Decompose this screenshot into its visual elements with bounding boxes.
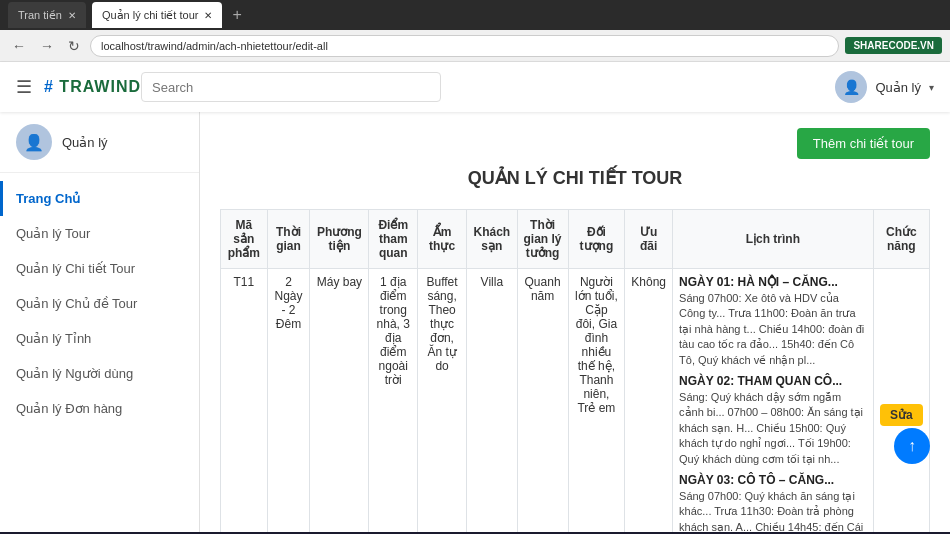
cell-ma-sp: T11 (221, 269, 268, 533)
col-thoi-gian: Thời gian (267, 210, 310, 269)
cell-am-thuc: Buffet sáng, Theo thực đơn, Ăn tự do (418, 269, 467, 533)
sidebar-nav: Trang Chủ Quản lý Tour Quản lý Chi tiết … (0, 173, 199, 434)
tab-1-label: Tran tiền (18, 9, 62, 22)
cell-uu-dai: Không (625, 269, 673, 533)
back-btn[interactable]: ← (8, 36, 30, 56)
cell-lich-trinh: NGÀY 01: HÀ NỘI – CĂNG...Sáng 07h00: Xe … (673, 269, 874, 533)
sidebar-item-quan-ly-tour[interactable]: Quản lý Tour (0, 216, 199, 251)
sidebar-label-quan-ly-tinh: Quản lý Tỉnh (16, 331, 91, 346)
new-tab-button[interactable]: + (228, 6, 245, 24)
cell-khach-san: Villa (467, 269, 517, 533)
sidebar-item-nguoi-dung[interactable]: Quản lý Người dùng (0, 356, 199, 391)
schedule-day-content: Sáng 07h00: Quý khách ăn sáng tại khác..… (679, 489, 867, 532)
forward-btn[interactable]: → (36, 36, 58, 56)
sidebar: 👤 Quản lý Trang Chủ Quản lý Tour Quản lý… (0, 112, 200, 532)
sharecode-logo: SHARECODE.VN (845, 37, 942, 54)
col-tg-ly-tuong: Thời gian lý tưởng (517, 210, 568, 269)
tab-1-close[interactable]: ✕ (68, 10, 76, 21)
page-title: QUẢN LÝ CHI TIẾT TOUR (468, 167, 683, 189)
sidebar-user: 👤 Quản lý (0, 112, 199, 173)
sidebar-label-chi-tiet-tour: Quản lý Chi tiết Tour (16, 261, 135, 276)
address-bar: ← → ↻ SHARECODE.VN (0, 30, 950, 62)
sidebar-avatar: 👤 (16, 124, 52, 160)
schedule-day-heading: NGÀY 01: HÀ NỘI – CĂNG... (679, 275, 867, 289)
header-right: 👤 Quản lý ▾ (835, 71, 934, 103)
col-am-thuc: Ẩm thực (418, 210, 467, 269)
schedule-day-content: Sáng: Quý khách dậy sớm ngắm cảnh bi... … (679, 390, 867, 467)
cell-doi-tuong: Người lớn tuổi, Cặp đôi, Gia đình nhiều … (568, 269, 625, 533)
tab-2-close[interactable]: ✕ (204, 10, 212, 21)
avatar: 👤 (835, 71, 867, 103)
col-doi-tuong: Đối tượng (568, 210, 625, 269)
content-header: Thêm chi tiết tour QUẢN LÝ CHI TIẾT TOUR (200, 112, 950, 209)
cell-thoi-gian: 2 Ngày - 2 Đêm (267, 269, 310, 533)
sidebar-label-don-hang: Quản lý Đơn hàng (16, 401, 122, 416)
col-diem-tq: Điểm tham quan (369, 210, 418, 269)
sidebar-username: Quản lý (62, 135, 108, 150)
sidebar-label-trang-chu: Trang Chủ (16, 191, 80, 206)
schedule-day-heading: NGÀY 02: THAM QUAN CÔ... (679, 374, 867, 388)
sidebar-item-quan-ly-tinh[interactable]: Quản lý Tỉnh (0, 321, 199, 356)
col-uu-dai: Ưu đãi (625, 210, 673, 269)
user-label[interactable]: Quản lý (875, 80, 921, 95)
main-body: 👤 Quản lý Trang Chủ Quản lý Tour Quản lý… (0, 112, 950, 532)
sidebar-label-chu-de-tour: Quản lý Chủ đề Tour (16, 296, 137, 311)
browser-tab-2[interactable]: Quản lý chi tiết tour ✕ (92, 2, 223, 28)
sidebar-item-trang-chu[interactable]: Trang Chủ (0, 181, 199, 216)
brand-logo: # TRAWIND (44, 78, 141, 96)
schedule-day-content: Sáng 07h00: Xe ôtô và HDV của Công ty...… (679, 291, 867, 368)
cell-tg-ly-tuong: Quanh năm (517, 269, 568, 533)
col-khach-san: Khách sạn (467, 210, 517, 269)
col-ma-sp: Mã sản phẩm (221, 210, 268, 269)
table-row: T112 Ngày - 2 ĐêmMáy bay1 địa điểm trong… (221, 269, 930, 533)
col-chuc-nang: Chức năng (873, 210, 929, 269)
refresh-btn[interactable]: ↻ (64, 36, 84, 56)
address-input[interactable] (90, 35, 839, 57)
col-lich-trinh: Lịch trình (673, 210, 874, 269)
app-container: ☰ # TRAWIND 👤 Quản lý ▾ 👤 Quản lý Trang … (0, 62, 950, 532)
browser-chrome: Tran tiền ✕ Quản lý chi tiết tour ✕ + ← … (0, 0, 950, 62)
chevron-down-icon: ▾ (929, 82, 934, 93)
tab-2-label: Quản lý chi tiết tour (102, 9, 199, 22)
sidebar-item-chu-de-tour[interactable]: Quản lý Chủ đề Tour (0, 286, 199, 321)
browser-tab-1[interactable]: Tran tiền ✕ (8, 2, 86, 28)
sidebar-item-chi-tiet-tour[interactable]: Quản lý Chi tiết Tour (0, 251, 199, 286)
hamburger-icon[interactable]: ☰ (16, 76, 32, 98)
cell-chuc-nang: Sửa (873, 269, 929, 533)
search-input[interactable] (141, 72, 441, 102)
sidebar-item-don-hang[interactable]: Quản lý Đơn hàng (0, 391, 199, 426)
content-area: Thêm chi tiết tour QUẢN LÝ CHI TIẾT TOUR… (200, 112, 950, 532)
sidebar-label-nguoi-dung: Quản lý Người dùng (16, 366, 133, 381)
add-tour-detail-button[interactable]: Thêm chi tiết tour (797, 128, 930, 159)
schedule-day-heading: NGÀY 03: CÔ TÔ – CĂNG... (679, 473, 867, 487)
table-container: Mã sản phẩm Thời gian Phương tiện Điểm t… (200, 209, 950, 532)
app-header: ☰ # TRAWIND 👤 Quản lý ▾ (0, 62, 950, 112)
cell-phuong-tien: Máy bay (310, 269, 369, 533)
edit-button-0[interactable]: Sửa (880, 404, 923, 426)
sidebar-label-quan-ly-tour: Quản lý Tour (16, 226, 90, 241)
scroll-top-button[interactable]: ↑ (894, 428, 930, 464)
col-phuong-tien: Phương tiện (310, 210, 369, 269)
tour-detail-table: Mã sản phẩm Thời gian Phương tiện Điểm t… (220, 209, 930, 532)
toolbar: Thêm chi tiết tour (220, 128, 930, 167)
browser-tab-bar: Tran tiền ✕ Quản lý chi tiết tour ✕ + (0, 0, 950, 30)
cell-diem-tq: 1 địa điểm trong nhà, 3 địa điểm ngoài t… (369, 269, 418, 533)
